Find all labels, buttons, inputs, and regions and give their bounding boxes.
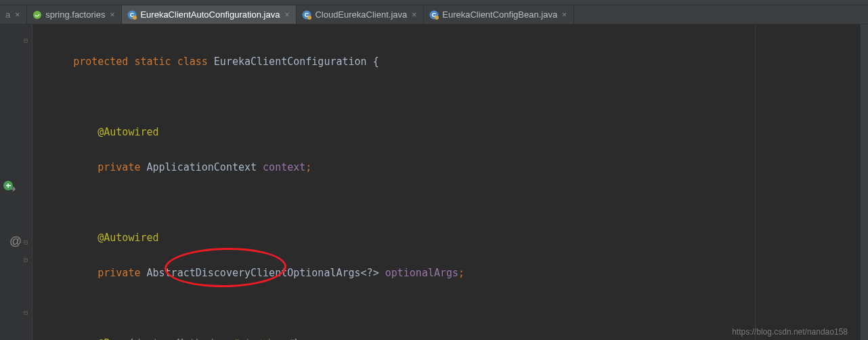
- tab-label: a: [5, 9, 10, 20]
- close-icon[interactable]: ×: [108, 10, 116, 20]
- tab-partial[interactable]: a ×: [0, 5, 27, 24]
- code-line: private AbstractDiscoveryClientOptionalA…: [49, 264, 513, 282]
- implemented-icon[interactable]: [3, 180, 16, 194]
- tab-eureka-auto-config[interactable]: C EurekaClientAutoConfiguration.java ×: [122, 5, 297, 24]
- override-icon[interactable]: @: [9, 234, 22, 249]
- close-icon[interactable]: ×: [283, 10, 290, 20]
- java-class-icon: C: [127, 10, 137, 20]
- svg-point-9: [435, 16, 439, 20]
- watermark: https://blog.csdn.net/nandao158: [732, 327, 848, 337]
- code-area[interactable]: protected static class EurekaClientConfi…: [32, 24, 513, 340]
- toolbar: [0, 0, 868, 5]
- svg-point-6: [307, 16, 311, 20]
- tab-cloud-eureka-client[interactable]: C CloudEurekaClient.java ×: [297, 5, 424, 24]
- close-icon[interactable]: ×: [410, 10, 418, 20]
- gutter: ⊟ @ ⊟ ⊟ ⊟: [0, 24, 32, 340]
- close-icon[interactable]: ×: [14, 10, 21, 20]
- tab-bar: a × spring.factories × C EurekaClientAut…: [0, 5, 868, 24]
- code-line: private ApplicationContext context;: [49, 158, 513, 176]
- java-class-icon: C: [302, 10, 311, 20]
- tab-label: EurekaClientConfigBean.java: [442, 9, 557, 20]
- margin-guide: [755, 24, 756, 340]
- code-line: [49, 299, 513, 317]
- tab-label: CloudEurekaClient.java: [315, 9, 407, 20]
- code-line: @Autowired: [49, 123, 513, 141]
- tab-eureka-client-config-bean[interactable]: C EurekaClientConfigBean.java ×: [424, 5, 574, 24]
- svg-point-0: [33, 11, 41, 19]
- tab-label: EurekaClientAutoConfiguration.java: [140, 9, 280, 20]
- error-stripe[interactable]: [860, 24, 868, 340]
- code-line: @Autowired: [49, 229, 513, 247]
- fold-icon[interactable]: ⊟: [24, 37, 30, 43]
- fold-icon[interactable]: ⊟: [24, 256, 30, 263]
- code-line: [49, 88, 513, 106]
- tab-spring-factories[interactable]: spring.factories ×: [27, 5, 122, 24]
- fold-icon[interactable]: ⊟: [24, 238, 30, 245]
- code-line: protected static class EurekaClientConfi…: [49, 53, 513, 70]
- fold-icon[interactable]: ⊟: [24, 309, 30, 316]
- svg-point-3: [133, 16, 137, 20]
- code-line: @Bean(destroyMethod = "shutdown"): [49, 335, 513, 340]
- editor[interactable]: ⊟ @ ⊟ ⊟ ⊟ protected static class EurekaC…: [0, 24, 868, 340]
- close-icon[interactable]: ×: [561, 10, 568, 20]
- tab-label: spring.factories: [45, 9, 105, 20]
- java-class-icon: C: [429, 10, 439, 20]
- code-line: [49, 194, 513, 211]
- spring-icon: [32, 10, 42, 20]
